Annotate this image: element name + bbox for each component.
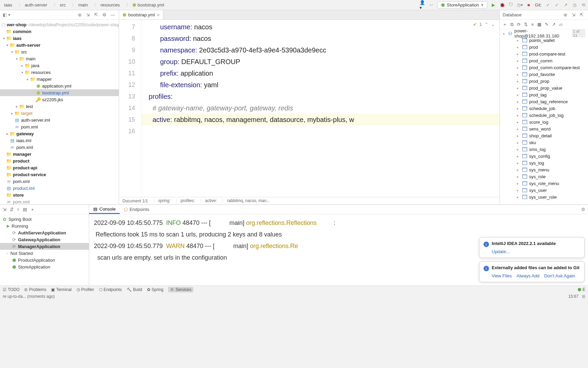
- svc-tree-icon[interactable]: ⇵: [10, 207, 14, 212]
- db-duplicate-icon[interactable]: ⧉: [510, 22, 513, 27]
- tree-node[interactable]: ▾📁main: [0, 55, 119, 62]
- crumb-main[interactable]: main: [70, 1, 90, 9]
- svc-notstarted-group[interactable]: ◦Not Started: [0, 250, 89, 257]
- git-pull-icon[interactable]: ↗: [563, 2, 568, 8]
- db-edit-icon[interactable]: ✎: [545, 22, 549, 27]
- tree-node[interactable]: 📁manager: [0, 151, 119, 157]
- collapse-all-icon[interactable]: ⇱: [94, 12, 100, 18]
- tree-node[interactable]: ▾📁iaas: [0, 35, 119, 42]
- tree-node[interactable]: ▸📁target: [0, 110, 119, 117]
- tree-node[interactable]: 🔑sz2205.jks: [0, 96, 119, 103]
- expand-all-icon[interactable]: ⇲: [86, 12, 92, 18]
- editor-crumb-doc[interactable]: Document 1/1: [122, 199, 148, 203]
- db-table[interactable]: ▸prod_prop_value: [500, 85, 588, 91]
- db-table[interactable]: ▸sys_role_menu: [500, 180, 588, 187]
- tree-node[interactable]: ▸📁gateway: [0, 130, 119, 137]
- db-refresh-icon[interactable]: ⟳: [517, 22, 521, 27]
- svc-add-icon[interactable]: ＋: [30, 206, 35, 213]
- svc-layout-icon[interactable]: ▤: [23, 207, 27, 212]
- tree-node[interactable]: ▾📁auth-server: [0, 42, 119, 48]
- db-table[interactable]: ▸score_log: [500, 119, 588, 125]
- crumb-resources[interactable]: resources: [92, 1, 122, 9]
- svc-filter-icon[interactable]: ▿: [17, 207, 19, 212]
- db-table[interactable]: ▸schedule_job: [500, 105, 588, 112]
- tool-spring[interactable]: ✿ Spring: [147, 287, 164, 292]
- tree-node[interactable]: ⬢application.yml: [0, 82, 119, 89]
- select-opened-file-icon[interactable]: ⊕: [78, 12, 83, 18]
- encoding-icon[interactable]: ⊞: [582, 294, 585, 299]
- crumb-auth-server[interactable]: auth-server: [16, 1, 49, 9]
- svc-root[interactable]: ✿Spring Boot: [0, 216, 89, 223]
- settings-icon[interactable]: ⚙: [102, 12, 108, 18]
- view-files-link[interactable]: View Files: [492, 273, 512, 278]
- db-table[interactable]: ▸prod_tag: [500, 91, 588, 98]
- database-tree[interactable]: ▸ ⛁ power-shop@192.168.31.180 1 of 11 ▸p…: [500, 29, 588, 204]
- code-editor[interactable]: username: nacos password: nacos namespac…: [142, 20, 500, 197]
- db-jump-icon[interactable]: ↗: [552, 22, 556, 27]
- git-commit-icon[interactable]: ✓: [545, 2, 551, 8]
- tree-node[interactable]: mpom.xml: [0, 144, 119, 151]
- svc-app[interactable]: ⬢StoreApplication: [0, 263, 89, 270]
- revert-icon[interactable]: ⟲: [581, 2, 586, 8]
- db-table[interactable]: ▸prod-compare-test: [500, 50, 588, 57]
- services-settings-icon[interactable]: ⚙: [581, 207, 585, 212]
- svc-app[interactable]: ⟳AuthServerApplication: [0, 229, 89, 236]
- tool-endpoints[interactable]: ⬡ Endpoints: [99, 287, 122, 292]
- next-highlight-icon[interactable]: ⌄: [491, 22, 495, 27]
- tree-node[interactable]: ▸📁java: [0, 62, 119, 69]
- db-table[interactable]: ▸sys_menu: [500, 166, 588, 173]
- editor-crumb-profiles[interactable]: profiles:: [174, 198, 195, 204]
- check-icon[interactable]: ✔: [473, 22, 477, 27]
- tab-console[interactable]: ▤Console: [89, 205, 120, 214]
- hide-icon[interactable]: —: [111, 12, 116, 18]
- tree-node[interactable]: mpom.xml: [0, 178, 119, 185]
- close-tab-icon[interactable]: ×: [157, 12, 160, 18]
- tree-node[interactable]: ⬢bootstrap.yml: [0, 89, 119, 96]
- prev-highlight-icon[interactable]: ⌃: [485, 22, 488, 27]
- coverage-icon[interactable]: ⛉: [508, 2, 514, 8]
- db-stop-icon[interactable]: ■: [531, 22, 534, 27]
- db-filter-icon[interactable]: ⇅: [524, 22, 528, 27]
- update-link[interactable]: Update...: [492, 249, 510, 254]
- tree-node[interactable]: ▸📁test: [0, 103, 119, 110]
- db-table[interactable]: ▸sys_user_role: [500, 194, 588, 200]
- history-icon[interactable]: ◷: [572, 2, 577, 8]
- db-collapse-icon[interactable]: ⇱: [580, 12, 585, 18]
- db-filter2-icon[interactable]: ▱: [559, 22, 562, 27]
- event-log-icon[interactable]: E: [578, 287, 585, 292]
- tree-node[interactable]: 📁common: [0, 28, 119, 35]
- tool-profiler[interactable]: ◷ Profiler: [77, 287, 94, 292]
- run-icon[interactable]: ▶: [491, 2, 496, 8]
- tab-endpoints[interactable]: ⬡Endpoints: [120, 205, 153, 214]
- tree-node[interactable]: ▾📁src: [0, 48, 119, 55]
- svc-collapse-icon[interactable]: ⇲: [3, 207, 6, 212]
- debug-icon[interactable]: 🐞: [500, 2, 505, 8]
- db-table[interactable]: ▸sys_config: [500, 153, 588, 159]
- tree-node[interactable]: 📁product-service: [0, 171, 119, 178]
- tool-todo[interactable]: ☑ TODO: [3, 287, 19, 292]
- tree-node[interactable]: ▤auth-server.iml: [0, 117, 119, 123]
- db-table[interactable]: ▸prod_tag_reference: [500, 98, 588, 105]
- services-tree[interactable]: ✿Spring Boot▶Running⟳AuthServerApplicati…: [0, 214, 89, 286]
- tree-node[interactable]: 📁store: [0, 191, 119, 198]
- crumb-iaas[interactable]: iaas: [2, 2, 14, 8]
- svc-app[interactable]: ⟳ManagerApplication: [0, 243, 89, 250]
- db-expand-icon[interactable]: ⇲: [572, 12, 577, 18]
- db-table[interactable]: ▸prod_comm: [500, 57, 588, 64]
- dont-ask-link[interactable]: Don't Ask Again: [544, 273, 575, 278]
- db-table[interactable]: ▸sms_log: [500, 146, 588, 153]
- db-table[interactable]: ▸sys_role: [500, 173, 588, 180]
- svc-app[interactable]: ⟳GatewayApplication: [0, 236, 89, 243]
- tree-node[interactable]: mpom.xml: [0, 198, 119, 204]
- svc-running-group[interactable]: ▶Running: [0, 223, 89, 229]
- editor-tab-bootstrap[interactable]: ⬢ bootstrap.yml ×: [119, 10, 163, 19]
- tool-services[interactable]: ⛭ Services: [168, 287, 193, 292]
- stop-icon[interactable]: ■: [526, 2, 532, 8]
- tree-node[interactable]: ▸📁mapper: [0, 76, 119, 82]
- crumb-file[interactable]: ⬢bootstrap.yml: [124, 1, 166, 9]
- db-connection[interactable]: ▸ ⛁ power-shop@192.168.31.180 1 of 11: [500, 30, 588, 37]
- db-table[interactable]: ▸sys_user: [500, 187, 588, 194]
- back-icon[interactable]: ↩: [428, 2, 434, 8]
- git-push-icon[interactable]: ✓: [554, 2, 559, 8]
- tool-problems[interactable]: ⊘ Problems: [24, 287, 46, 292]
